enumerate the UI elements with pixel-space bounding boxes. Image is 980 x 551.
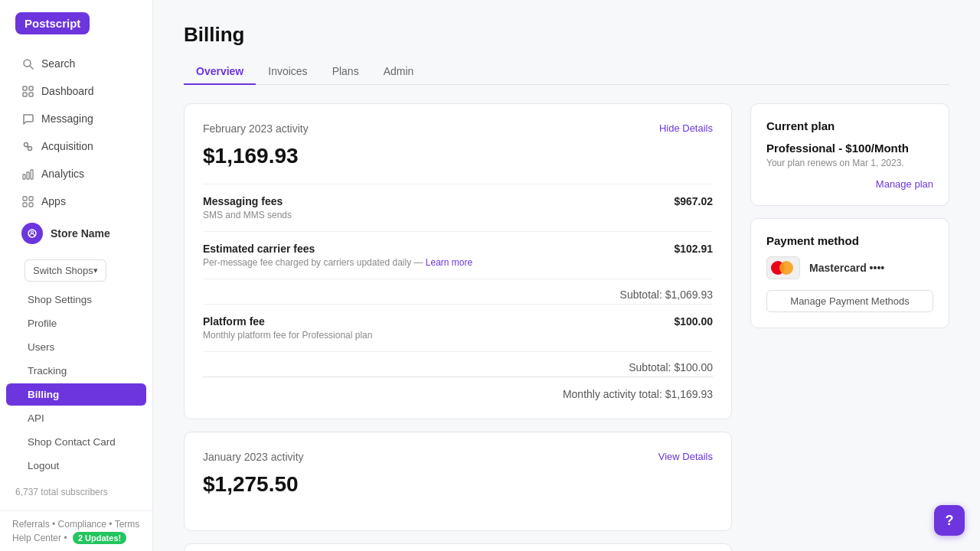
jan-view-details-link[interactable]: View Details [658,451,713,462]
platform-fee-amount: $100.00 [674,315,713,328]
svg-rect-15 [29,203,33,207]
subtotal-row-2: Subtotal: $100.00 [203,351,713,377]
sidebar-item-apps[interactable]: Apps [6,188,146,214]
updates-badge[interactable]: 2 Updates! [73,532,126,544]
platform-fee-row: Platform fee Monthly platform fee for Pr… [203,304,713,351]
sidebar-item-messaging[interactable]: Messaging [6,106,146,132]
sub-nav-logout[interactable]: Logout [6,455,146,477]
carrier-fees-amount: $102.91 [674,243,713,255]
analytics-icon [21,168,34,180]
terms-link[interactable]: Terms [115,519,140,530]
sidebar-item-store-label: Store Name [51,227,110,240]
svg-rect-3 [29,86,33,90]
apps-icon [21,195,34,207]
platform-fee-desc: Monthly platform fee for Professional pl… [203,330,372,341]
jan-activity-label: January 2023 activity [203,451,304,463]
sidebar-item-acquisition-label: Acquisition [41,140,93,152]
jan-card-header: January 2023 activity View Details [203,451,713,468]
subtotal-1-label: Subtotal: $1,069.93 [620,289,713,301]
help-icon: ? [946,513,954,529]
store-icon [21,223,43,244]
sidebar-item-apps-label: Apps [41,195,66,207]
hide-details-link[interactable]: Hide Details [659,122,713,134]
tab-overview[interactable]: Overview [184,59,256,85]
mastercard-icon [766,256,800,279]
messaging-fees-row: Messaging fees SMS and MMS sends $967.02 [203,184,713,231]
tab-plans[interactable]: Plans [320,59,371,85]
sidebar-item-messaging-label: Messaging [41,112,93,125]
sidebar-item-acquisition[interactable]: Acquisition [6,133,146,159]
sidebar-item-dashboard-label: Dashboard [41,85,94,97]
sub-nav-billing[interactable]: Billing [6,383,146,406]
jan-activity-amount: $1,275.50 [203,472,713,497]
sidebar-footer: Referrals • Compliance • Terms Help Cent… [0,510,152,551]
referrals-link[interactable]: Referrals [12,519,50,530]
sub-nav-shop-settings[interactable]: Shop Settings [6,289,146,311]
payment-method-title: Payment method [766,234,933,247]
sidebar-item-search-label: Search [41,57,75,70]
help-button[interactable]: ? [934,505,965,536]
svg-rect-14 [23,203,27,207]
card-dots: •••• [870,262,885,274]
feb-activity-label: February 2023 activity [203,122,309,135]
billing-left-column: February 2023 activity Hide Details $1,1… [184,103,732,552]
sidebar-item-analytics[interactable]: Analytics [6,161,146,187]
logo: Postscript [15,12,90,34]
plan-name: Professional - $100/Month [766,142,933,155]
dashboard-icon [21,85,34,97]
svg-line-1 [30,66,33,69]
sub-nav-shop-contact-card[interactable]: Shop Contact Card [6,431,146,453]
sidebar-item-store[interactable]: Store Name [6,216,146,251]
logo-area: Postscript [0,0,152,47]
card-info: Mastercard •••• [809,262,884,274]
manage-plan-link[interactable]: Manage plan [876,178,933,190]
switch-shops-button[interactable]: Switch Shops ▾ [24,259,106,282]
page-title: Billing [184,23,949,47]
feb-activity-card: February 2023 activity Hide Details $1,1… [184,103,732,419]
platform-fee-info: Platform fee Monthly platform fee for Pr… [203,315,372,341]
svg-point-17 [31,231,34,233]
messaging-fees-desc: SMS and MMS sends [203,210,292,220]
search-icon [21,57,34,70]
sub-nav-tracking[interactable]: Tracking [6,360,146,382]
sub-nav-api[interactable]: API [6,407,146,429]
dec-activity-card: December 2022 activity View Details $859… [184,543,732,552]
carrier-fees-desc-prefix: Per-message fee charged by carriers upda… [203,257,426,268]
help-center-link[interactable]: Help Center [12,533,61,543]
svg-rect-12 [23,197,27,201]
svg-rect-11 [31,170,33,179]
messaging-fees-name: Messaging fees [203,195,292,207]
messaging-fees-amount: $967.02 [674,195,713,207]
monthly-total-label: Monthly activity total: $1,169.93 [563,388,713,400]
sidebar-item-analytics-label: Analytics [41,168,84,180]
payment-method-row: Mastercard •••• [766,256,933,279]
card-name: Mastercard [809,262,867,274]
current-plan-title: Current plan [766,119,933,132]
sub-nav-profile[interactable]: Profile [6,312,146,334]
billing-right-column: Current plan Professional - $100/Month Y… [750,103,949,552]
subtotal-row-1: Subtotal: $1,069.93 [203,279,713,304]
acquisition-icon [21,140,34,152]
tab-invoices[interactable]: Invoices [256,59,319,85]
switch-shops-label: Switch Shops [33,265,93,276]
carrier-fees-row: Estimated carrier fees Per-message fee c… [203,231,713,279]
compliance-link[interactable]: Compliance [58,519,106,530]
tab-admin[interactable]: Admin [371,59,426,85]
plan-renew: Your plan renews on Mar 1, 2023. [766,158,933,168]
sidebar: Postscript Search Dashboard Messaging Ac… [0,0,153,551]
manage-payment-methods-button[interactable]: Manage Payment Methods [766,290,933,312]
sub-nav-users[interactable]: Users [6,336,146,358]
subtotal-2-label: Subtotal: $100.00 [629,361,713,373]
jan-activity-card: January 2023 activity View Details $1,27… [184,432,732,531]
platform-fee-name: Platform fee [203,315,372,328]
main-content: Billing Overview Invoices Plans Admin Fe… [153,0,980,551]
sidebar-item-dashboard[interactable]: Dashboard [6,78,146,104]
svg-rect-2 [23,86,27,90]
learn-more-link[interactable]: Learn more [426,257,472,268]
monthly-total-row: Monthly activity total: $1,169.93 [203,377,713,400]
svg-rect-10 [27,172,29,179]
carrier-fees-info: Estimated carrier fees Per-message fee c… [203,243,472,268]
content-area: February 2023 activity Hide Details $1,1… [184,103,949,552]
sidebar-item-search[interactable]: Search [6,51,146,77]
svg-rect-5 [29,93,33,96]
